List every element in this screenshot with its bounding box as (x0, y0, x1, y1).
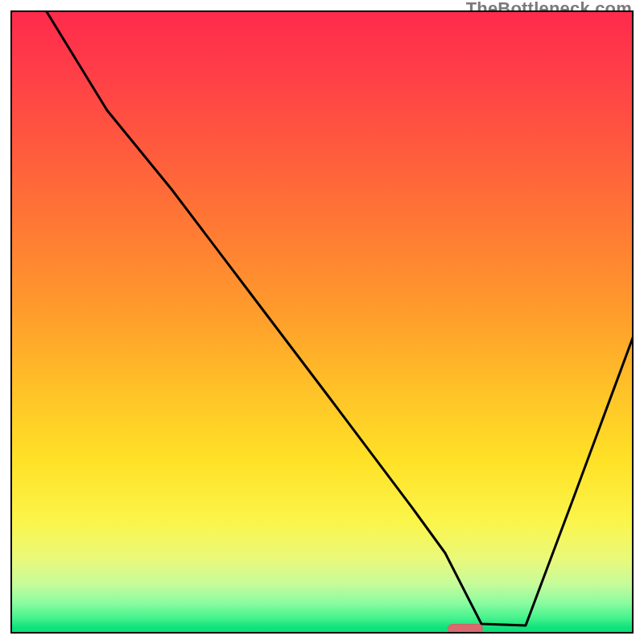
chart-frame (10, 10, 634, 634)
chart-background-gradient (10, 10, 634, 634)
